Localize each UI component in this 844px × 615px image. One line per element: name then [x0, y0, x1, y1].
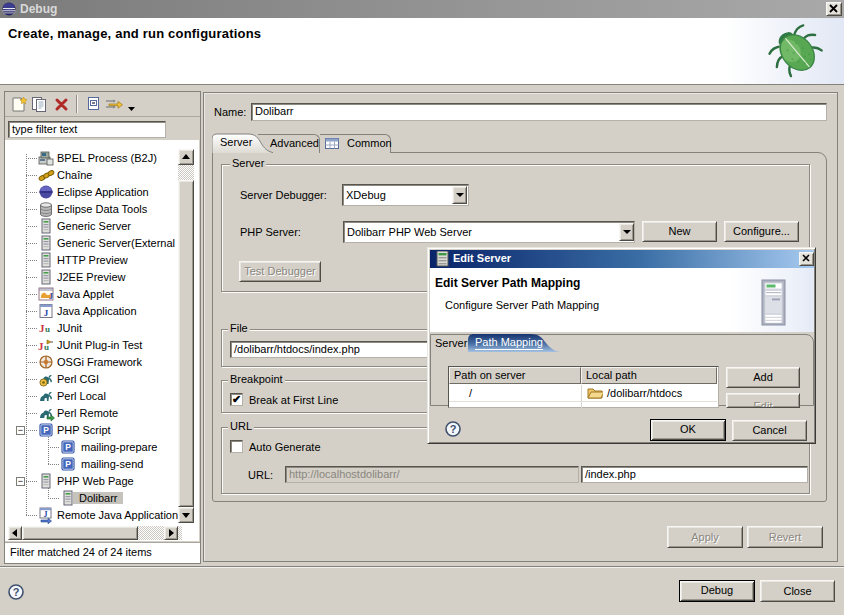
- svg-text:J: J: [44, 510, 48, 519]
- svg-text:u: u: [45, 324, 50, 334]
- svg-text:?: ?: [450, 423, 457, 435]
- svg-text:P: P: [65, 459, 71, 469]
- svg-text:J: J: [49, 292, 53, 301]
- svg-text:?: ?: [13, 586, 20, 598]
- svg-text:J: J: [44, 308, 49, 318]
- svg-text:P: P: [43, 425, 49, 435]
- svg-text:P: P: [65, 442, 71, 452]
